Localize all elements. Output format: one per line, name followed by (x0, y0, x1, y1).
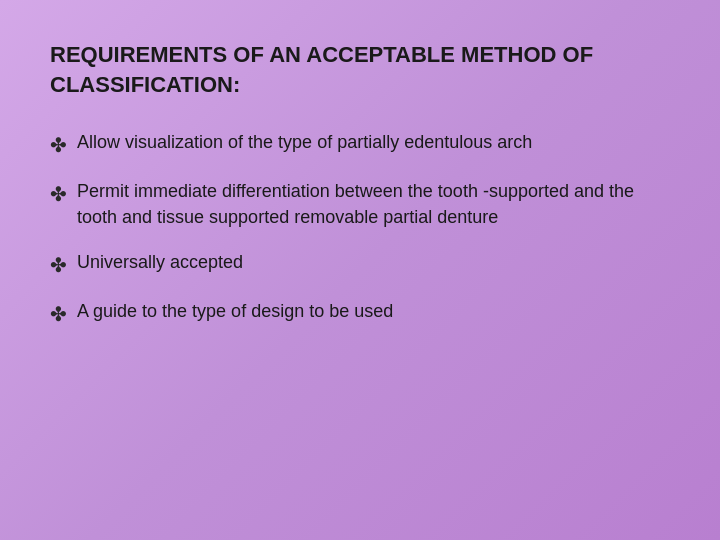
bullet-icon-3: ✤ (50, 251, 67, 280)
bullet-text-1: Allow visualization of the type of parti… (77, 129, 670, 155)
bullet-icon-2: ✤ (50, 180, 67, 209)
bullet-icon-4: ✤ (50, 300, 67, 329)
bullet-list: ✤Allow visualization of the type of part… (50, 129, 670, 328)
bullet-item-1: ✤Allow visualization of the type of part… (50, 129, 670, 160)
bullet-text-2: Permit immediate differentiation between… (77, 178, 670, 230)
slide-title: REQUIREMENTS OF AN ACCEPTABLE METHOD OF … (50, 40, 670, 99)
bullet-icon-1: ✤ (50, 131, 67, 160)
slide: REQUIREMENTS OF AN ACCEPTABLE METHOD OF … (0, 0, 720, 540)
bullet-text-4: A guide to the type of design to be used (77, 298, 670, 324)
bullet-item-4: ✤A guide to the type of design to be use… (50, 298, 670, 329)
bullet-text-3: Universally accepted (77, 249, 670, 275)
bullet-item-2: ✤Permit immediate differentiation betwee… (50, 178, 670, 230)
bullet-item-3: ✤Universally accepted (50, 249, 670, 280)
